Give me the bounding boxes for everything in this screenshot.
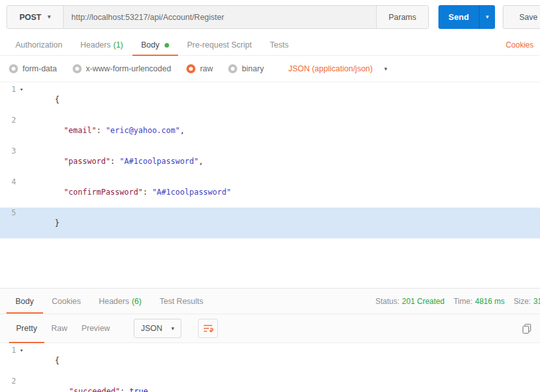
- content-type-dropdown[interactable]: JSON (application/json) ▾: [288, 64, 387, 73]
- line-number: 3: [3, 146, 16, 177]
- tab-label: Body: [15, 297, 34, 306]
- response-view-toolbar: Pretty Raw Preview JSON ▾: [0, 314, 540, 343]
- chevron-down-icon: ▾: [384, 66, 388, 72]
- tab-label: Tests: [270, 40, 289, 49]
- view-tab-preview[interactable]: Preview: [75, 314, 117, 343]
- gutter-spacer: [16, 177, 27, 208]
- copy-icon: [522, 323, 532, 334]
- line-number: 2: [3, 376, 16, 392]
- method-dropdown[interactable]: POST ▾: [7, 6, 63, 28]
- bodytype-label: x-www-form-urlencoded: [86, 64, 172, 73]
- send-button[interactable]: Send: [438, 5, 479, 29]
- tab-label: Body: [141, 40, 160, 49]
- send-options-button[interactable]: ▾: [479, 5, 495, 29]
- code-line: 2 "succeeded": true,: [0, 376, 540, 392]
- response-tab-body[interactable]: Body: [6, 289, 43, 314]
- line-number: 2: [3, 115, 16, 146]
- time-label: Time:: [453, 297, 473, 306]
- tab-tests[interactable]: Tests: [261, 35, 298, 55]
- request-body-editor[interactable]: 1 ▾ { 2 "email": "eric@yahoo.com", 3 "pa…: [0, 82, 540, 288]
- bodytype-label: binary: [242, 64, 264, 73]
- token: :: [120, 387, 129, 392]
- radio-icon: [9, 64, 18, 73]
- method-label: POST: [19, 13, 41, 22]
- fold-arrow-icon[interactable]: ▾: [16, 84, 27, 115]
- token: {: [55, 356, 59, 365]
- gutter: 3: [0, 146, 27, 177]
- token: :: [111, 157, 120, 166]
- size-value: 31: [534, 297, 540, 306]
- gutter: 5: [0, 208, 27, 238]
- status-value: 201 Created: [402, 297, 444, 306]
- tab-headers[interactable]: Headers (1): [71, 35, 132, 55]
- tab-label: Pretty: [16, 324, 37, 333]
- request-bar: POST ▾ Params Send ▾ Save: [0, 0, 540, 35]
- response-body-editor[interactable]: 1 ▾ { 2 "succeeded": true, 3 "errors": […: [0, 343, 540, 392]
- code-text: {: [27, 84, 60, 115]
- response-tab-headers[interactable]: Headers (6): [90, 289, 151, 314]
- tab-label: Headers: [99, 297, 129, 306]
- response-tab-test-results[interactable]: Test Results: [150, 289, 212, 314]
- time-value: 4816 ms: [475, 297, 505, 306]
- size-label: Size:: [514, 297, 531, 306]
- url-input[interactable]: [63, 6, 376, 28]
- line-number: 1: [3, 345, 16, 376]
- gutter: 2: [0, 115, 27, 146]
- code-line: 2 "email": "eric@yahoo.com",: [0, 115, 540, 146]
- token: :: [143, 188, 152, 197]
- gutter-spacer: [16, 115, 27, 146]
- tab-body[interactable]: Body: [132, 35, 179, 55]
- tab-label: Authorization: [15, 40, 62, 49]
- gutter: 4: [0, 177, 27, 208]
- code-text: }: [27, 208, 60, 238]
- headers-count-badge: (6): [132, 297, 141, 306]
- params-label: Params: [388, 13, 416, 22]
- code-line: 1 ▾ {: [0, 84, 540, 115]
- radio-icon: [73, 64, 82, 73]
- view-tab-pretty[interactable]: Pretty: [9, 314, 44, 343]
- tab-authorization[interactable]: Authorization: [6, 35, 71, 55]
- params-button[interactable]: Params: [376, 6, 428, 28]
- token: {: [55, 95, 59, 104]
- wrap-text-button[interactable]: [198, 319, 218, 338]
- bodytype-urlencoded[interactable]: x-www-form-urlencoded: [73, 64, 172, 73]
- radio-selected-icon: [186, 64, 195, 73]
- format-label: JSON: [141, 324, 162, 333]
- line-number: 4: [3, 177, 16, 208]
- tab-label: Test Results: [159, 297, 203, 306]
- copy-response-button[interactable]: [522, 314, 532, 343]
- headers-count-badge: (1): [113, 40, 123, 49]
- view-tab-raw[interactable]: Raw: [44, 314, 75, 343]
- fold-arrow-icon[interactable]: ▾: [16, 345, 27, 376]
- token: ,: [199, 157, 203, 166]
- save-label: Save: [519, 13, 538, 22]
- token: "email": [64, 126, 96, 135]
- bodytype-binary[interactable]: binary: [228, 64, 264, 73]
- bodytype-label: raw: [200, 64, 213, 73]
- content-type-label: JSON (application/json): [288, 64, 372, 73]
- token: "A#1coolpassword": [152, 188, 231, 197]
- body-type-selector: form-data x-www-form-urlencoded raw bina…: [0, 56, 540, 82]
- token: :: [96, 126, 105, 135]
- code-line-highlighted: 5 }: [0, 208, 540, 238]
- gutter: 1 ▾: [0, 345, 27, 376]
- code-text: "password": "A#1coolpassword",: [27, 146, 203, 177]
- tab-pre-request-script[interactable]: Pre-request Script: [178, 35, 261, 55]
- token: ,: [180, 126, 184, 135]
- code-text: "email": "eric@yahoo.com",: [27, 115, 184, 146]
- bodytype-raw[interactable]: raw: [186, 64, 213, 73]
- code-text: {: [27, 345, 60, 376]
- cookies-label: Cookies: [506, 40, 534, 49]
- cookies-link[interactable]: Cookies: [506, 35, 534, 55]
- gutter: 2: [0, 376, 27, 392]
- response-meta: Status: 201 Created Time: 4816 ms Size: …: [375, 289, 540, 314]
- gutter: 1 ▾: [0, 84, 27, 115]
- line-number: 1: [3, 84, 16, 115]
- response-tab-cookies[interactable]: Cookies: [43, 289, 90, 314]
- save-button[interactable]: Save: [503, 5, 540, 29]
- gutter-spacer: [16, 208, 27, 238]
- tab-label: Pre-request Script: [187, 40, 252, 49]
- bodytype-form-data[interactable]: form-data: [9, 64, 57, 73]
- response-format-dropdown[interactable]: JSON ▾: [134, 319, 181, 338]
- chevron-down-icon: ▾: [486, 14, 489, 20]
